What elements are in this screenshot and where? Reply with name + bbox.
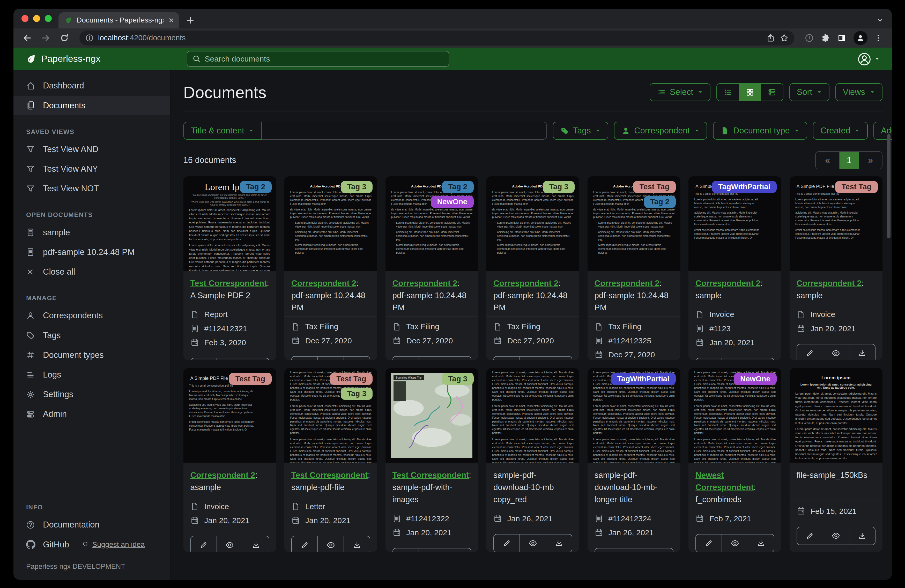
maximize-window-button[interactable] <box>45 15 52 22</box>
sidebar-item-correspondents[interactable]: Correspondents <box>13 306 170 325</box>
view-button[interactable] <box>419 548 445 552</box>
tag-badge[interactable]: Tag 2 <box>644 196 676 208</box>
sidebar-item-dashboard[interactable]: Dashboard <box>13 76 170 96</box>
download-button[interactable] <box>546 357 572 360</box>
view-button[interactable] <box>216 358 243 360</box>
title-content-filter-input[interactable] <box>262 122 547 140</box>
document-card[interactable]: Lorem ipsum dolor sit amet, consectetur … <box>486 368 579 552</box>
correspondent-link[interactable]: Correspondent 2 <box>191 471 256 480</box>
tag-badge[interactable]: Test Tag <box>229 373 272 385</box>
scrollbar-thumb[interactable] <box>887 134 891 238</box>
new-tab-button[interactable] <box>186 12 194 29</box>
download-button[interactable] <box>344 536 370 552</box>
created-filter-button[interactable]: Created <box>813 122 868 140</box>
edit-button[interactable] <box>696 534 722 552</box>
document-thumbnail[interactable]: A Simple PDF FileThis is a small demonst… <box>689 176 781 271</box>
sidebar-item-test-view-any[interactable]: Test View ANY <box>13 159 170 179</box>
filter-field-button[interactable]: Title & content <box>183 122 262 140</box>
view-button[interactable] <box>519 534 546 552</box>
download-button[interactable] <box>849 527 875 545</box>
document-thumbnail[interactable]: Boundary Waters TripTag 3 <box>386 368 478 463</box>
edit-button[interactable] <box>797 527 823 545</box>
document-card[interactable]: Lorem ipsum dolor sit amet, consectetur … <box>587 368 680 552</box>
view-button[interactable] <box>318 536 344 552</box>
tag-badge[interactable]: Tag 2 <box>240 181 272 193</box>
sidebar-item-github[interactable]: GitHub <box>13 535 69 555</box>
tag-badge[interactable]: Tag 3 <box>341 181 373 193</box>
sidebar-open-doc-sample[interactable]: sample <box>13 223 170 242</box>
tag-badge[interactable]: Test Tag <box>835 181 878 193</box>
document-thumbnail[interactable]: Adobe Acrobat PDF FilesLorem ipsum dolor… <box>284 176 377 271</box>
back-button[interactable] <box>19 30 35 46</box>
sidebar-item-tags[interactable]: Tags <box>13 325 170 345</box>
select-button[interactable]: Select <box>649 83 711 101</box>
view-button[interactable] <box>722 534 748 552</box>
global-search[interactable] <box>187 51 449 67</box>
sidebar-item-document-types[interactable]: Document types <box>13 345 170 365</box>
tag-badge[interactable]: NewOne <box>734 373 777 385</box>
edit-button[interactable] <box>797 344 823 360</box>
edit-button[interactable] <box>494 357 519 360</box>
document-type-filter-button[interactable]: Document type <box>713 122 807 140</box>
document-thumbnail[interactable]: A Simple PDF FileThis is a small demonst… <box>790 176 883 271</box>
next-page-button[interactable]: » <box>859 152 882 169</box>
document-card[interactable]: A Simple PDF FileThis is a small demonst… <box>183 368 276 552</box>
tag-badge[interactable]: Tag 3 <box>543 181 575 193</box>
download-button[interactable] <box>748 358 774 360</box>
user-menu[interactable] <box>857 52 880 66</box>
sidebar-item-test-view-and[interactable]: Test View AND <box>13 139 170 159</box>
tab-search-chevron-icon[interactable] <box>876 17 884 24</box>
list-view-button[interactable] <box>717 84 739 101</box>
browser-menu-icon[interactable] <box>874 34 882 42</box>
reload-button[interactable] <box>56 30 73 46</box>
edit-button[interactable] <box>393 548 419 552</box>
document-card[interactable]: Adobe Acrobat PDF FilesLorem ipsum dolor… <box>587 176 680 360</box>
view-button[interactable] <box>318 357 344 360</box>
download-button[interactable] <box>445 548 471 552</box>
correspondent-link[interactable]: Test Correspondent <box>392 471 469 480</box>
tag-badge[interactable]: NewOne <box>431 196 474 208</box>
view-button[interactable] <box>419 357 445 360</box>
tags-filter-button[interactable]: Tags <box>553 122 608 140</box>
edit-button[interactable] <box>292 357 318 360</box>
document-card[interactable]: Lorem ipsumLorem ipsum dolor sit amet, c… <box>790 368 883 552</box>
sidebar-item-settings[interactable]: Settings <box>13 385 170 404</box>
document-card[interactable]: A Simple PDF FileThis is a small demonst… <box>689 176 781 360</box>
sidebar-item-documents[interactable]: Documents <box>13 96 170 115</box>
correspondent-filter-button[interactable]: Correspondent <box>614 122 707 140</box>
detail-view-button[interactable] <box>761 84 783 101</box>
edit-button[interactable] <box>393 357 419 360</box>
grid-view-button[interactable] <box>739 84 761 101</box>
share-icon[interactable] <box>766 33 775 43</box>
previous-page-button[interactable]: « <box>816 152 839 169</box>
edit-button[interactable] <box>595 548 621 552</box>
document-thumbnail[interactable]: Lorem ipsum dolor sit amet, consectetur … <box>689 368 781 463</box>
download-button[interactable] <box>849 344 875 360</box>
correspondent-link[interactable]: Newest Correspondent <box>695 471 754 492</box>
document-card[interactable]: Lorem Ipsum"Neque porro quisquam est qui… <box>183 176 276 360</box>
extension-badge-icon[interactable] <box>805 33 814 43</box>
correspondent-link[interactable]: Correspondent 2 <box>695 279 761 288</box>
sidebar-item-test-view-not[interactable]: Test View NOT <box>13 179 170 198</box>
view-button[interactable] <box>621 548 647 552</box>
correspondent-link[interactable]: Correspondent 2 <box>595 279 659 288</box>
document-thumbnail[interactable]: Lorem Ipsum"Neque porro quisquam est qui… <box>183 176 276 271</box>
browser-profile-avatar[interactable] <box>854 31 867 45</box>
document-card[interactable]: Lorem ipsum dolor sit amet, consectetur … <box>689 368 781 552</box>
close-window-button[interactable] <box>21 15 29 22</box>
document-card[interactable]: Boundary Waters TripTag 3Test Correspond… <box>386 368 478 552</box>
tab-close-icon[interactable] <box>168 17 175 24</box>
document-thumbnail[interactable]: Adobe Acrobat PDF FilesLorem ipsum dolor… <box>486 176 579 271</box>
tag-badge[interactable]: Tag 3 <box>442 373 474 385</box>
sidebar-item-admin[interactable]: Admin <box>13 404 170 424</box>
correspondent-link[interactable]: Correspondent 2 <box>291 279 356 288</box>
browser-tab[interactable]: Documents - Paperless-ngx <box>59 12 179 29</box>
document-card[interactable]: Adobe Acrobat PDF FilesLorem ipsum dolor… <box>284 176 377 360</box>
view-button[interactable] <box>722 358 748 360</box>
view-button[interactable] <box>823 344 849 360</box>
site-info-icon[interactable] <box>86 34 94 42</box>
download-button[interactable] <box>748 534 774 552</box>
download-button[interactable] <box>546 534 572 552</box>
document-card[interactable]: Adobe Acrobat PDF FilesLorem ipsum dolor… <box>486 176 579 360</box>
download-button[interactable] <box>647 548 673 552</box>
